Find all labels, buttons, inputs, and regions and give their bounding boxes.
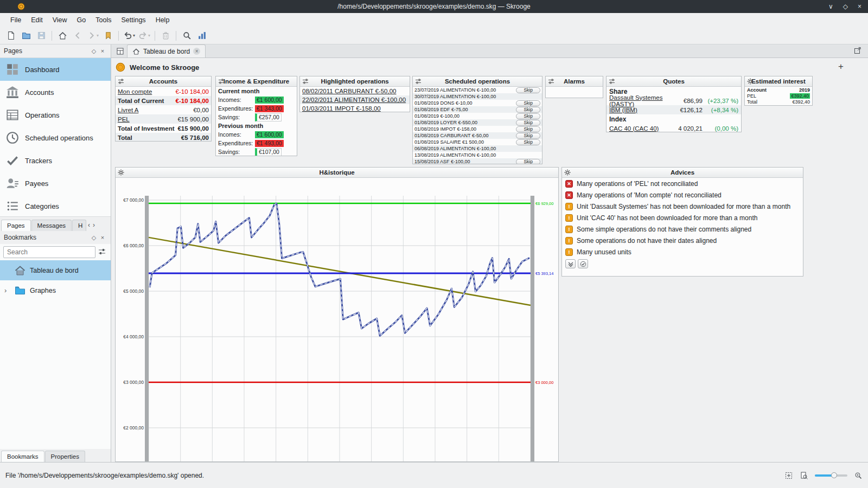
- skip-button[interactable]: Skip: [516, 113, 540, 119]
- close-button[interactable]: ×: [858, 3, 861, 10]
- detach-tab-button[interactable]: [853, 46, 864, 57]
- advice-item[interactable]: ✕Many operations of 'PEL' not reconcilia…: [562, 178, 803, 189]
- advice-item[interactable]: !Unit 'CAC 40' has not been downloaded f…: [562, 212, 803, 223]
- highlighted-operation-row[interactable]: 01/03/2011 IMPOT €-158,00: [300, 104, 410, 112]
- settings-sliders-icon[interactable]: [117, 78, 125, 85]
- search-icon: [182, 31, 192, 40]
- settings-sliders-icon[interactable]: [608, 78, 616, 85]
- maximize-button[interactable]: ◇: [843, 3, 848, 10]
- income-widget-header[interactable]: Income & Expenditure: [216, 76, 297, 87]
- gear-icon[interactable]: [117, 169, 125, 176]
- dock-tabs-scroll-right-icon[interactable]: ›: [92, 219, 96, 231]
- expander-icon[interactable]: ›: [4, 286, 7, 294]
- bookmark-button[interactable]: [101, 29, 115, 43]
- advice-item[interactable]: !Some simple operations do not have thei…: [562, 223, 803, 235]
- zoom-slider[interactable]: [815, 474, 847, 477]
- account-name[interactable]: Livret A: [118, 107, 193, 113]
- dock-tab-pages[interactable]: Pages: [1, 220, 31, 231]
- quotes-widget-header[interactable]: Quotes: [607, 76, 741, 87]
- advice-item[interactable]: !Unit 'Dassault Systemes' has not been d…: [562, 201, 803, 212]
- highlighted-operation-row[interactable]: 22/02/2011 ALIMENTATION €-100,00: [300, 95, 410, 104]
- sidebar-item-trackers[interactable]: Trackers: [0, 149, 111, 172]
- pages-close-button[interactable]: ×: [98, 48, 107, 54]
- account-name[interactable]: Mon compte: [118, 88, 176, 95]
- menu-file[interactable]: File: [5, 16, 26, 24]
- alarms-widget-header[interactable]: Alarms: [546, 76, 603, 87]
- historique-widget-header[interactable]: H&istorique: [116, 168, 558, 178]
- estimated-widget-header[interactable]: Estimated interest: [745, 76, 812, 87]
- advice-item[interactable]: !Some operations do not have their dates…: [562, 235, 803, 246]
- zoom-original-button[interactable]: [800, 471, 808, 480]
- add-widget-button[interactable]: +: [835, 61, 846, 72]
- fit-page-button[interactable]: [784, 471, 793, 480]
- skip-button[interactable]: Skip: [516, 159, 540, 164]
- new-document-button[interactable]: [4, 29, 18, 43]
- dock-tab-h[interactable]: H: [72, 220, 86, 231]
- undo-button[interactable]: ▾: [122, 29, 136, 43]
- skip-button[interactable]: Skip: [516, 87, 540, 93]
- settings-sliders-icon[interactable]: [547, 78, 555, 85]
- quote-name[interactable]: Dassault Systemes (DASTY): [609, 94, 671, 107]
- sidebar-item-scheduled-operations[interactable]: Scheduled operations: [0, 126, 111, 149]
- dock-bottom-tab-properties[interactable]: Properties: [45, 451, 85, 462]
- settings-sliders-icon[interactable]: [218, 78, 225, 85]
- dock-tab-messages[interactable]: Messages: [31, 220, 72, 231]
- search-input[interactable]: [3, 246, 95, 258]
- bookmarks-float-button[interactable]: ◇: [90, 234, 98, 241]
- income-row-label: Incomes:: [218, 131, 255, 138]
- pages-float-button[interactable]: ◇: [90, 48, 98, 55]
- advice-item[interactable]: ✕Many operations of 'Mon compte' not rec…: [562, 189, 803, 201]
- income-row-value: €1 343,00: [255, 105, 284, 112]
- quote-name[interactable]: IBM (IBM): [609, 107, 671, 113]
- quote-name[interactable]: CAC 40 (CAC 40): [609, 125, 671, 132]
- gear-icon[interactable]: [564, 169, 571, 176]
- highlighted-operation-row[interactable]: 08/02/2011 CARBURANT €-50,00: [300, 87, 410, 95]
- skip-button[interactable]: Skip: [516, 100, 540, 106]
- settings-sliders-icon[interactable]: [302, 78, 309, 85]
- tab-tableau-de-bord[interactable]: Tableau de bord ×: [127, 44, 206, 57]
- menu-settings[interactable]: Settings: [116, 16, 150, 24]
- skip-button[interactable]: Skip: [516, 139, 540, 145]
- zoom-select-button[interactable]: [854, 471, 863, 480]
- menu-view[interactable]: View: [48, 16, 72, 24]
- skip-button[interactable]: Skip: [516, 107, 540, 113]
- menu-go[interactable]: Go: [72, 16, 91, 24]
- account-name[interactable]: PEL: [118, 116, 177, 123]
- titlebar[interactable]: /home/s/Developpements/skrooge/examples/…: [0, 0, 868, 13]
- skip-button[interactable]: Skip: [516, 120, 540, 126]
- bookmark-item-tableau-de-bord[interactable]: Tableau de bord: [0, 260, 111, 280]
- sidebar-item-accounts[interactable]: Accounts: [0, 81, 111, 104]
- highlighted-widget-header[interactable]: Highlighted operations: [300, 76, 410, 87]
- skip-button[interactable]: Skip: [516, 133, 540, 139]
- bookmarks-close-button[interactable]: ×: [98, 234, 107, 241]
- pin-page-button[interactable]: [114, 45, 126, 57]
- accounts-widget-header[interactable]: Accounts: [116, 76, 211, 87]
- gear-icon[interactable]: [746, 78, 754, 85]
- sidebar-item-operations[interactable]: Operations: [0, 104, 111, 126]
- menu-help[interactable]: Help: [151, 16, 175, 24]
- scheduled-widget-header[interactable]: Scheduled operations: [413, 76, 542, 87]
- settings-sliders-icon[interactable]: [414, 78, 422, 85]
- menu-tools[interactable]: Tools: [91, 16, 116, 24]
- bookmark-item-graphes[interactable]: ›Graphes: [0, 280, 111, 300]
- tab-close-icon[interactable]: ×: [193, 48, 200, 55]
- sidebar-item-payees[interactable]: Payees: [0, 172, 111, 195]
- historique-chart[interactable]: €7 000,00€6 000,00€5 000,00€4 000,00€3 0…: [116, 178, 558, 461]
- zoom-slider-thumb[interactable]: [831, 472, 837, 478]
- minimize-button[interactable]: ∨: [828, 3, 833, 10]
- advices-widget-header[interactable]: Advices: [562, 168, 803, 178]
- skip-button[interactable]: Skip: [516, 126, 540, 132]
- dock-tabs-scroll-left-icon[interactable]: ‹: [87, 219, 91, 231]
- dismiss-all-button[interactable]: [565, 259, 576, 268]
- sidebar-item-categories[interactable]: Categories: [0, 195, 111, 217]
- menu-edit[interactable]: Edit: [26, 16, 48, 24]
- apply-advice-button[interactable]: [578, 259, 588, 268]
- filter-icon[interactable]: [98, 247, 107, 257]
- advice-item[interactable]: !Many unused units: [562, 246, 803, 258]
- dock-bottom-tab-bookmarks[interactable]: Bookmarks: [1, 451, 44, 462]
- chart-button[interactable]: [195, 29, 209, 43]
- sidebar-item-dashboard[interactable]: Dashboard: [0, 58, 111, 81]
- open-folder-button[interactable]: [19, 29, 33, 43]
- search-button[interactable]: [180, 29, 194, 43]
- home-button[interactable]: [55, 29, 69, 43]
